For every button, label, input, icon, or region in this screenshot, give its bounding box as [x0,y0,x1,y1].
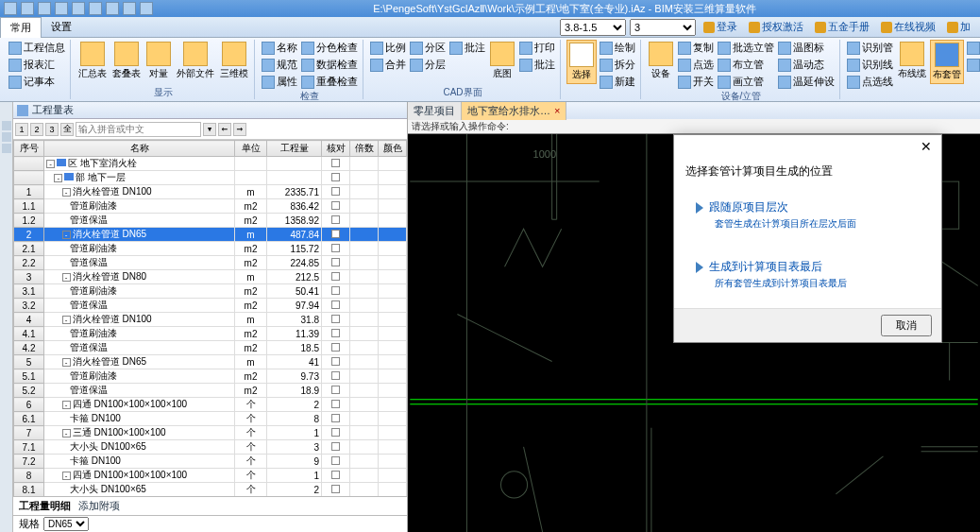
checkbox[interactable] [331,471,340,479]
qat-icon[interactable] [55,2,68,15]
nav-first[interactable]: ▾ [203,123,216,136]
qat-icon[interactable] [106,2,119,15]
checkbox[interactable] [331,485,340,493]
rb-3d[interactable]: 三维模 [218,40,250,82]
checkbox[interactable] [331,173,340,181]
checkbox[interactable] [331,244,340,252]
rb-notes[interactable]: 记事本 [8,74,66,90]
checkbox[interactable] [331,357,340,366]
rb-pick[interactable]: 点选 [677,57,715,73]
link-manual[interactable]: 五金手册 [811,20,873,34]
qat-icon[interactable] [21,2,34,15]
filter-all[interactable]: 全 [60,123,74,136]
table-row[interactable]: 2.1 管道刷油漆m2115.72 [14,242,407,256]
checkbox[interactable] [331,272,340,281]
checkbox[interactable] [331,315,340,323]
rb-datachk[interactable]: 数据检查 [300,57,359,73]
rb-drawriser[interactable]: 画立管 [717,74,775,90]
rb-device[interactable]: 设备 [647,40,675,82]
rb-tempext[interactable]: 温延伸设 [777,74,836,90]
rb-new[interactable]: 新建 [599,74,636,90]
rb-cable[interactable]: 布线缆 [896,40,928,82]
rb-tempicon[interactable]: 温图标 [777,40,836,56]
link-video[interactable]: 在线视频 [877,20,939,34]
table-row[interactable]: 2.2 管道保温m2224.85 [14,256,407,270]
checkbox[interactable] [331,300,340,309]
checkbox[interactable] [331,400,340,408]
rb-draw[interactable]: 绘制 [599,40,636,56]
table-row[interactable]: 4 -消火栓管道 DN100m31.8 [14,313,407,327]
command-line[interactable]: 请选择或输入操作命令: [408,119,980,134]
table-row[interactable]: -区 地下室消火栓 [14,157,407,171]
rb-zone[interactable]: 分区 [409,40,447,56]
rb-tempdyn[interactable]: 温动态 [777,57,836,73]
qat-icon[interactable] [123,2,136,15]
table-row[interactable]: 1.2 管道保温m21358.92 [14,214,407,228]
rb-switch[interactable]: 开关 [677,74,715,90]
table-row[interactable]: 3 -消火栓管道 DN80m212.5 [14,270,407,284]
rb-summary[interactable]: 汇总表 [76,40,109,82]
link-license[interactable]: 授权激活 [745,20,807,34]
qat-icon[interactable] [38,2,51,15]
col-check[interactable]: 核对 [322,141,350,157]
table-row[interactable]: 8 -四通 DN100×100×100×100个1 [14,469,407,483]
rb-projinfo[interactable]: 工程信息 [8,40,66,56]
checkbox[interactable] [331,201,340,210]
rb-batchriser[interactable]: 批选立管 [717,40,775,56]
combo-1[interactable]: 3.8-1.5 [560,19,626,36]
checkbox[interactable] [331,456,340,465]
nav-prev[interactable]: ← [218,123,231,136]
spec-select[interactable]: DN65 [43,517,89,531]
rb-overlapchk[interactable]: 重叠检查 [300,74,359,90]
rb-print[interactable]: 打印 [518,40,556,56]
table-row[interactable]: 1.1 管道刷油漆m2836.42 [14,199,407,214]
rb-basemap[interactable]: 底图 [488,40,516,82]
tab-basement[interactable]: 地下室给水排水…× [462,102,566,120]
qat-icon[interactable] [4,2,17,15]
tab-common[interactable]: 常用 [0,17,42,38]
checkbox[interactable] [331,343,340,352]
link-login[interactable]: 登录 [700,20,741,34]
table-row[interactable]: 6.1 卡箍 DN100个8 [14,412,407,426]
rb-select[interactable]: 选择 [566,40,597,84]
rb-layer[interactable]: 分层 [409,57,447,73]
rb-bracket[interactable]: 支架设 [966,57,980,73]
col-seq[interactable]: 序号 [14,141,44,157]
rb-pickline[interactable]: 点选线 [846,74,894,90]
table-row[interactable]: 5.1 管道刷油漆m29.73 [14,369,407,384]
close-icon[interactable]: ✕ [917,139,936,154]
rb-scale[interactable]: 比例 [369,40,407,56]
rb-spec[interactable]: 规范 [261,57,298,73]
qat-icon[interactable] [89,2,102,15]
link-add[interactable]: 加 [943,20,974,34]
combo-2[interactable]: 3 [630,19,696,36]
table-row[interactable]: 7 -三通 DN100×100×100个1 [14,426,407,440]
checkbox[interactable] [331,230,340,238]
nav-next[interactable]: → [233,123,246,136]
qat-icon[interactable] [140,2,153,15]
rb-annot[interactable]: 批注 [448,40,486,56]
table-row[interactable]: 8.1 大小头 DN100×65个2 [14,483,407,497]
table-row[interactable]: 5 -消火栓管道 DN65m41 [14,355,407,369]
table-row[interactable]: 1 -消火栓管道 DN100m2335.71 [14,185,407,199]
rb-merge[interactable]: 合并 [369,57,407,73]
checkbox[interactable] [331,159,340,167]
checkbox[interactable] [331,329,340,337]
col-qty[interactable]: 工程量 [267,141,322,157]
qat-icon[interactable] [72,2,85,15]
checkbox[interactable] [331,414,340,422]
rb-idpipe[interactable]: 识别管 [846,40,894,56]
table-row[interactable]: 7.1 大小头 DN100×65个3 [14,440,407,455]
checkbox[interactable] [331,442,340,451]
table-row[interactable]: 3.2 管道保温m297.94 [14,299,407,313]
table-row[interactable]: 4.2 管道保温m218.5 [14,341,407,355]
drawing-canvas[interactable]: 1000 ✕ 选择套管计算项目生成的位置 跟随原项目层次 套管生成在计算项目所在… [408,134,980,532]
rb-report[interactable]: 报表汇 [8,57,66,73]
rb-name[interactable]: 名称 [261,40,298,56]
gutter-icon[interactable] [2,121,11,130]
rb-annot2[interactable]: 批注 [518,57,556,73]
col-color[interactable]: 颜色 [379,141,407,157]
tab-detail[interactable]: 工程量明细 [19,499,71,513]
table-row[interactable]: 4.1 管道刷油漆m211.39 [14,327,407,341]
checkbox[interactable] [331,258,340,266]
